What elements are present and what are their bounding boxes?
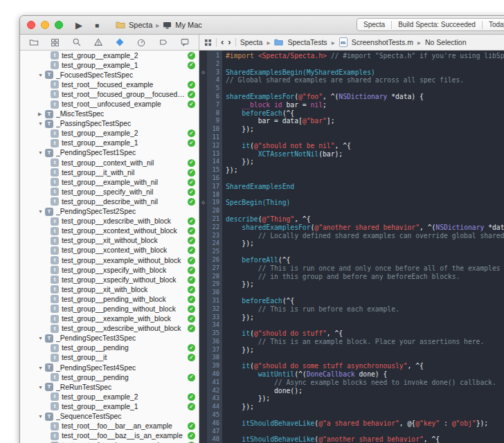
code-text[interactable]: SharedExamplesBegin(MySharedExamples) [222,69,504,77]
test-navigator-row[interactable]: t test_group__example_2 ✓ [20,392,199,401]
test-navigator-row[interactable]: ▼ T _PendingSpecTest1Spec [20,148,199,158]
breakpoint-gutter-cell[interactable] [199,191,207,199]
test-navigator-row[interactable]: t test_group__xexample_with_block ✓ [20,314,199,324]
breakpoint-gutter-cell[interactable] [199,428,207,436]
disclosure-triangle-icon[interactable]: ▼ [38,414,45,419]
breakpoint-gutter-cell[interactable] [199,166,207,174]
test-navigator-row[interactable]: t test_group__xdescribe_with_block ✓ [20,217,199,226]
test-navigator-row[interactable]: ▼ T _FocusedSpecTestSpec [20,70,199,80]
breakpoint-gutter-cell[interactable] [199,101,207,109]
code-text[interactable] [222,321,504,329]
breakpoint-gutter-cell[interactable] [199,93,207,101]
breakpoint-gutter-cell[interactable] [199,387,207,395]
test-navigator-row[interactable]: t test_group__context_with_nil ✓ [20,158,199,168]
test-navigator-row[interactable]: t test_group__pending ✓ [20,343,199,353]
breakpoint-gutter-cell[interactable] [199,109,207,118]
code-text[interactable]: }); [222,314,504,322]
breakpoint-gutter-cell[interactable] [199,117,207,125]
code-text[interactable]: // Locally defined shared examples can o… [222,232,504,240]
test-navigator-row[interactable]: t test_root__foo__baz__is_an_example ✓ [20,431,199,441]
test-navigator-row[interactable]: t test_group__xit_with_block ✓ [20,284,199,294]
breakpoint-gutter-cell[interactable] [199,273,207,281]
breakpoint-gutter-cell[interactable] [199,158,207,166]
code-text[interactable]: }); [222,280,504,289]
test-navigator-row[interactable]: t test_root__focused_example ✓ [20,80,199,89]
breakpoint-gutter-cell[interactable] [199,215,207,224]
breakpoint-gutter-cell[interactable] [199,379,207,387]
code-text[interactable]: // This is run before each example. [222,305,504,314]
code-text[interactable]: }); [222,403,504,411]
title-bar[interactable]: ▶ ■ Specta ▸ My Mac Specta Build Specta:… [20,16,504,35]
scheme-selector[interactable]: Specta ▸ My Mac [116,16,202,34]
code-text[interactable]: // in this group and before any beforeEa… [222,273,504,281]
run-button[interactable]: ▶ [75,16,82,34]
breakpoint-gutter-cell[interactable] [199,150,207,159]
test-navigator-row[interactable]: t test_group__it ✓ [20,353,199,363]
disclosure-triangle-icon[interactable]: ▼ [38,209,45,214]
code-text[interactable]: itShouldBehaveLike(@"another shared beha… [222,435,504,443]
breakpoint-gutter-cell[interactable] [199,256,207,264]
code-text[interactable]: }); [222,346,504,354]
test-navigator-icon-selected[interactable] [115,37,125,47]
breakpoint-gutter-cell[interactable] [199,207,207,215]
disclosure-triangle-icon[interactable]: ▼ [38,73,45,78]
breakpoint-gutter-cell[interactable] [199,314,207,322]
code-text[interactable]: // Global shared examples are shared acr… [222,76,504,84]
breadcrumb-selection[interactable]: No Selection [425,38,467,46]
code-text[interactable]: }); [222,166,504,174]
breakpoint-gutter-cell[interactable] [199,280,207,289]
breakpoint-gutter-cell[interactable] [199,329,207,338]
breakpoint-gutter-cell[interactable] [199,419,207,428]
breakpoint-gutter-cell[interactable] [199,305,207,314]
code-text[interactable] [222,428,504,436]
code-text[interactable]: it(@"should not be nil", ^{ [222,142,504,150]
code-text[interactable] [222,60,504,69]
test-navigator-row[interactable]: t test_group__xspecify_without_block ✓ [20,275,199,284]
test-navigator-row[interactable]: ▼ T _PendingSpecTest2Spec [20,207,199,217]
test-navigator-row[interactable]: ▼ T _PassingSpecTestSpec [20,119,199,129]
related-items-icon[interactable] [204,39,212,46]
code-text[interactable]: bar = data[@"bar"]; [222,117,504,125]
test-navigator-row[interactable]: t test_group__xcontext_with_block ✓ [20,246,199,255]
test-navigator-row[interactable]: t test_group__example_2 ✓ [20,51,199,60]
breakpoint-navigator-icon[interactable] [159,37,168,47]
code-text[interactable] [222,248,504,256]
project-navigator-icon[interactable] [29,37,39,47]
breakpoint-gutter-cell[interactable] [199,60,207,69]
breakpoint-gutter-cell[interactable] [199,346,207,354]
code-text[interactable]: SpecBegin(Thing) [222,199,504,207]
code-text[interactable]: #import <Specta/Specta.h> // #import "Sp… [222,52,504,60]
breakpoint-gutter-cell[interactable] [199,174,207,183]
code-text[interactable]: }); [222,239,504,248]
test-class-marker-icon[interactable]: ◇ [199,199,207,207]
test-class-marker-icon[interactable]: ◇ [199,69,207,77]
back-button[interactable]: ‹ [221,39,224,46]
code-text[interactable] [222,191,504,199]
test-navigator-row[interactable]: ▼ T _ReRunTestSpec [20,382,199,392]
code-text[interactable] [222,411,504,419]
breakpoint-gutter-cell[interactable] [199,142,207,150]
code-text[interactable]: done(); [222,387,504,395]
test-navigator-row[interactable]: t test_group__xit_without_block ✓ [20,236,199,246]
code-text[interactable]: beforeEach(^{ [222,297,504,305]
zoom-window-button[interactable] [55,21,63,29]
code-text[interactable] [222,207,504,215]
code-text[interactable]: describe(@"Thing", ^{ [222,215,504,224]
test-navigator-row[interactable]: t test_group__pending ✓ [20,372,199,382]
disclosure-triangle-icon[interactable]: ▶ [38,111,45,117]
disclosure-triangle-icon[interactable]: ▼ [38,336,45,341]
breakpoint-gutter-cell[interactable] [199,239,207,248]
code-text[interactable]: }); [222,395,504,403]
code-text[interactable]: }); [222,125,504,134]
test-navigator-row[interactable]: t test_group__describe_with_nil ✓ [20,197,199,206]
code-text[interactable] [222,174,504,183]
test-navigator-row[interactable]: t test_group__pending_with_block ✓ [20,294,199,304]
test-navigator-row[interactable]: t test_group__example_1 ✓ [20,60,199,70]
test-navigator-row[interactable]: t test_group__pending_without_block ✓ [20,304,199,314]
code-text[interactable]: SharedExamplesEnd [222,183,504,191]
test-navigator-row[interactable]: t test_group__example_1 ✓ [20,401,199,411]
symbol-navigator-icon[interactable] [51,38,60,47]
test-navigator-row[interactable]: ▶ T _MiscTestSpec [20,109,199,119]
test-navigator-row[interactable]: ▼ T _PendingSpecTest4Spec [20,363,199,372]
test-navigator-row[interactable]: t test_root__foo__bar__an_example ✓ [20,422,199,431]
